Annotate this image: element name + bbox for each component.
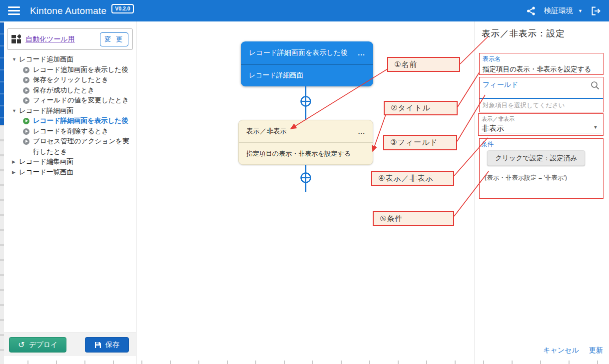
environment-selector[interactable]: 検証環境 [544, 6, 573, 15]
change-app-button[interactable]: 変 更 [100, 32, 128, 46]
search-icon[interactable] [591, 81, 600, 90]
tree-event[interactable]: 保存が成功したとき [4, 85, 134, 96]
display-name-label: 表示名 [483, 55, 600, 63]
save-button[interactable]: 保存 [85, 337, 129, 353]
tree-event[interactable]: レコードを削除するとき [4, 126, 134, 137]
chevron-down-icon[interactable]: ▼ [593, 124, 598, 130]
panel-title: 表示／非表示：設定 [482, 27, 565, 39]
app-title: Kintone Automate [30, 5, 106, 16]
trigger-node-subtitle: レコード詳細画面 [249, 71, 303, 80]
chevron-down-icon[interactable]: ▼ [578, 8, 583, 13]
deploy-button[interactable]: ↻ デプロイ [9, 337, 66, 353]
play-icon [23, 97, 29, 104]
app-window: Kintone Automate V0.2.0 検証環境 ▼ [0, 0, 609, 364]
field-search-input[interactable]: 対象項目を選択してください [483, 101, 565, 110]
action-node-title: 表示／非表示 [246, 127, 287, 136]
annotation-condition: ⑤条件 [373, 211, 454, 226]
trigger-node-title: レコード詳細画面を表示した後 [249, 48, 348, 57]
chevron-right-icon[interactable]: ▶ [12, 167, 19, 178]
play-icon [23, 67, 29, 73]
chevron-down-icon[interactable]: ▼ [12, 54, 19, 65]
flow-canvas: レコード詳細画面を表示した後 ... レコード詳細画面 表示／非表示 ... 指… [136, 21, 475, 364]
tree-event[interactable]: レコード追加画面を表示した後 [4, 65, 134, 75]
add-step-button[interactable] [301, 97, 311, 106]
annotation-field: ③フィールド [383, 135, 457, 150]
display-name-value[interactable]: 指定項目の表示・非表示を設定する [483, 65, 600, 74]
node-menu-button[interactable]: ... [358, 128, 365, 135]
sync-icon: ↻ [18, 341, 24, 349]
node-menu-button[interactable]: ... [358, 49, 365, 57]
app-selector-box: 自動化ツール用 変 更 [7, 28, 133, 50]
annotation-name: ①名前 [387, 57, 460, 72]
tree-event-active[interactable]: レコード詳細画面を表示した後 [4, 116, 134, 126]
condition-section: 条件 クリックで設定：設定済み (表示・非表示設定 = '非表示') [479, 138, 604, 199]
annotation-visibility: ④表示／非表示 [371, 171, 454, 186]
visibility-label: 表示／非表示 [482, 115, 600, 123]
action-node-subtitle: 指定項目の表示・非表示を設定する [246, 149, 351, 158]
annotation-title: ②タイトル [384, 101, 458, 115]
settings-panel: 表示／非表示：設定 表示名 指定項目の表示・非表示を設定する フィールド 対象項… [475, 21, 609, 364]
share-icon[interactable] [526, 6, 536, 16]
tree-event[interactable]: 保存をクリックしたとき [4, 75, 134, 85]
app-name-link[interactable]: 自動化ツール用 [25, 35, 75, 44]
hamburger-menu-icon[interactable] [8, 6, 20, 15]
tree-group-record-list[interactable]: ▶レコード一覧画面 [4, 167, 134, 178]
play-icon [23, 118, 29, 124]
input-underline [480, 98, 603, 99]
logout-icon[interactable] [591, 6, 601, 16]
add-step-button[interactable] [301, 173, 311, 183]
visibility-section: 表示／非表示 非表示 ▼ [478, 113, 604, 136]
version-badge: V0.2.0 [111, 4, 133, 13]
condition-expression: (表示・非表示設定 = '非表示') [485, 174, 567, 182]
play-icon [23, 77, 29, 83]
app-icon [11, 34, 21, 44]
scroll-thumb[interactable] [0, 22, 4, 125]
play-icon [23, 138, 29, 145]
sidebar-footer: ↻ デプロイ 保存 [4, 333, 136, 356]
condition-label: 条件 [481, 140, 494, 149]
display-name-section: 表示名 指定項目の表示・非表示を設定する [479, 53, 604, 75]
field-section: フィールド 対象項目を選択してください [479, 77, 604, 112]
field-label: フィールド [483, 80, 518, 89]
tree-event[interactable]: フィールドの値を変更したとき [4, 95, 134, 106]
floppy-disk-icon [94, 342, 101, 349]
tree-group-record-detail[interactable]: ▼レコード詳細画面 [4, 106, 134, 116]
condition-set-button[interactable]: クリックで設定：設定済み [487, 150, 585, 166]
action-node[interactable]: 表示／非表示 ... 指定項目の表示・非表示を設定する [238, 120, 373, 165]
trigger-node[interactable]: レコード詳細画面を表示した後 ... レコード詳細画面 [241, 41, 373, 86]
event-tree: ▼レコード追加画面 レコード追加画面を表示した後 保存をクリックしたとき 保存が… [4, 54, 134, 177]
sidebar: 自動化ツール用 変 更 ▼レコード追加画面 レコード追加画面を表示した後 保存を… [4, 21, 136, 364]
update-link[interactable]: 更新 [589, 346, 603, 355]
chevron-right-icon[interactable]: ▶ [12, 157, 19, 167]
play-icon [23, 87, 29, 94]
play-icon [23, 128, 29, 135]
cancel-link[interactable]: キャンセル [543, 346, 579, 355]
tree-group-record-add[interactable]: ▼レコード追加画面 [4, 54, 134, 65]
tree-event[interactable]: プロセス管理のアクションを実行したとき [4, 136, 134, 157]
bottom-ruler-ticks [0, 361, 609, 364]
select-underline [480, 133, 602, 133]
tree-group-record-edit[interactable]: ▶レコード編集画面 [4, 157, 134, 167]
visibility-select[interactable]: 非表示 [482, 124, 600, 133]
chevron-down-icon[interactable]: ▼ [12, 106, 19, 116]
top-bar: Kintone Automate V0.2.0 検証環境 ▼ [0, 0, 609, 21]
page-scroll-strip[interactable] [0, 21, 4, 364]
